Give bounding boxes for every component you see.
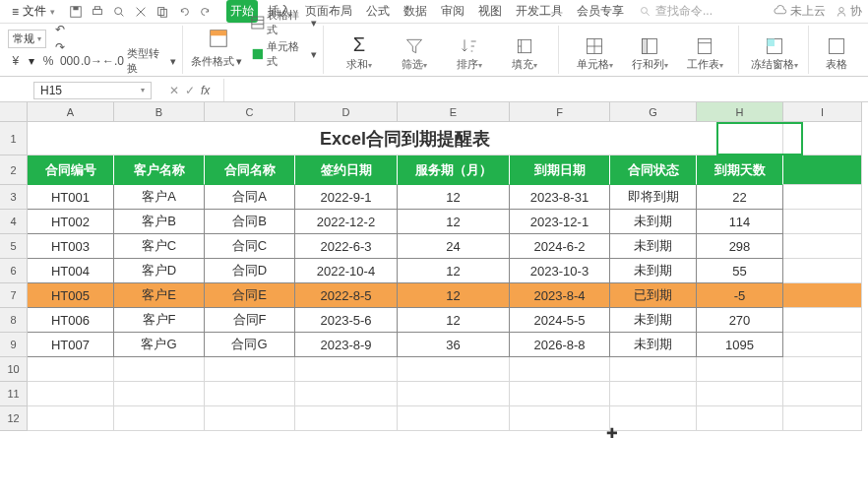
cell[interactable]: 到期日期 (510, 155, 610, 185)
row-header[interactable]: 6 (0, 259, 28, 283)
save-icon[interactable] (69, 5, 83, 19)
cell[interactable]: 客户E (114, 283, 205, 308)
cell[interactable]: 合同E (205, 283, 295, 308)
cell[interactable]: 服务期（月） (398, 155, 510, 185)
cell[interactable] (295, 406, 398, 431)
comma-icon[interactable]: 000 (62, 53, 78, 69)
col-header-I[interactable]: I (783, 102, 862, 122)
collaborate-button[interactable]: 协 (836, 3, 862, 20)
col-header-E[interactable]: E (398, 102, 510, 122)
cell[interactable] (610, 357, 697, 382)
row-header[interactable]: 7 (0, 283, 28, 308)
cell[interactable]: 2022-12-2 (295, 210, 398, 234)
cell[interactable] (510, 357, 610, 382)
cell[interactable] (783, 234, 862, 259)
cell[interactable]: 未到期 (610, 259, 697, 283)
cell[interactable]: 2023-5-6 (295, 308, 398, 333)
cell[interactable] (295, 357, 398, 382)
cell[interactable] (510, 406, 610, 431)
cell[interactable]: 2022-10-4 (295, 259, 398, 283)
cell[interactable]: 到期天数 (697, 155, 783, 185)
cell[interactable]: 12 (398, 308, 510, 333)
cell[interactable] (114, 406, 205, 431)
cell[interactable]: 已到期 (610, 283, 697, 308)
cell[interactable] (783, 308, 862, 333)
cell[interactable]: 2024-6-2 (510, 234, 610, 259)
col-header-D[interactable]: D (295, 102, 398, 122)
cell[interactable]: 2022-8-5 (295, 283, 398, 308)
copy-icon[interactable] (155, 5, 169, 19)
number-format-select[interactable]: 常规▾ (8, 30, 46, 48)
col-header-B[interactable]: B (114, 102, 205, 122)
cell[interactable]: 22 (697, 185, 783, 210)
cell[interactable]: HT004 (28, 259, 114, 283)
cloud-status[interactable]: 未上云 (774, 3, 826, 20)
row-header[interactable]: 12 (0, 406, 28, 431)
cell[interactable]: 客户F (114, 308, 205, 333)
cell[interactable]: 2023-10-3 (510, 259, 610, 283)
cell[interactable]: 270 (697, 308, 783, 333)
cell[interactable]: 2023-8-31 (510, 185, 610, 210)
currency-icon[interactable]: ¥ (8, 53, 23, 69)
cell[interactable]: 2023-8-9 (295, 333, 398, 357)
sheet-button[interactable]: 工作表▾ (677, 36, 732, 72)
filter-button[interactable]: 筛选▾ (387, 36, 442, 72)
cell[interactable]: 合同编号 (28, 155, 114, 185)
sum-button[interactable]: Σ求和▾ (332, 33, 387, 72)
cell[interactable] (783, 333, 862, 357)
cell[interactable]: 合同状态 (610, 155, 697, 185)
formula-input[interactable] (223, 79, 862, 101)
table-style-button[interactable]: 表格样式▾ (251, 8, 317, 37)
name-box[interactable]: H15 ▾ (33, 82, 152, 99)
row-header[interactable]: 3 (0, 185, 28, 210)
type-convert-button[interactable]: 类型转换▾ (127, 46, 176, 76)
menu-file[interactable]: ≡ 文件 ▾ (6, 1, 61, 22)
row-header[interactable]: 1 (0, 122, 28, 155)
undo-icon[interactable] (177, 5, 191, 19)
cell[interactable] (610, 382, 697, 406)
row-header[interactable]: 8 (0, 308, 28, 333)
cell[interactable]: 客户A (114, 185, 205, 210)
col-header-G[interactable]: G (610, 102, 697, 122)
cond-format-label[interactable]: 条件格式▾ (191, 54, 242, 69)
cell[interactable] (697, 357, 783, 382)
cell[interactable]: 合同F (205, 308, 295, 333)
dec-dec-icon[interactable]: ←.0 (105, 53, 121, 69)
percent-icon[interactable]: % (40, 53, 55, 69)
cell[interactable]: HT005 (28, 283, 114, 308)
tab-4[interactable]: 数据 (400, 0, 431, 23)
cell[interactable] (205, 406, 295, 431)
row-header[interactable]: 5 (0, 234, 28, 259)
cell[interactable]: 客户G (114, 333, 205, 357)
col-header-H[interactable]: H (697, 102, 783, 122)
cell[interactable]: 12 (398, 210, 510, 234)
cell[interactable]: 2026-8-8 (510, 333, 610, 357)
cell[interactable]: 2022-9-1 (295, 185, 398, 210)
cell[interactable]: HT003 (28, 234, 114, 259)
cell[interactable] (28, 406, 114, 431)
cond-format-button[interactable] (191, 28, 245, 49)
cell[interactable] (398, 382, 510, 406)
cell[interactable]: 2022-6-3 (295, 234, 398, 259)
fill-button[interactable]: 填充▾ (497, 36, 552, 72)
undo-small-icon[interactable]: ↶ (52, 22, 68, 37)
cell[interactable] (783, 185, 862, 210)
tab-5[interactable]: 审阅 (437, 0, 468, 23)
freeze-button[interactable]: 冻结窗格▾ (747, 36, 802, 72)
row-header[interactable]: 11 (0, 382, 28, 406)
cell[interactable]: -5 (697, 283, 783, 308)
cell[interactable]: 未到期 (610, 333, 697, 357)
tab-3[interactable]: 公式 (362, 0, 394, 23)
select-all-corner[interactable] (0, 102, 28, 122)
cell[interactable] (398, 406, 510, 431)
cell[interactable] (783, 382, 862, 406)
cell[interactable]: 298 (697, 234, 783, 259)
table-title[interactable]: Excel合同到期提醒表 (28, 122, 783, 155)
cell[interactable] (783, 122, 862, 155)
cell[interactable]: 客户名称 (114, 155, 205, 185)
col-header-F[interactable]: F (510, 102, 610, 122)
rowcol-button[interactable]: 行和列▾ (622, 36, 677, 72)
cell[interactable]: 未到期 (610, 308, 697, 333)
cell[interactable]: 12 (398, 185, 510, 210)
row-header[interactable]: 2 (0, 155, 28, 185)
